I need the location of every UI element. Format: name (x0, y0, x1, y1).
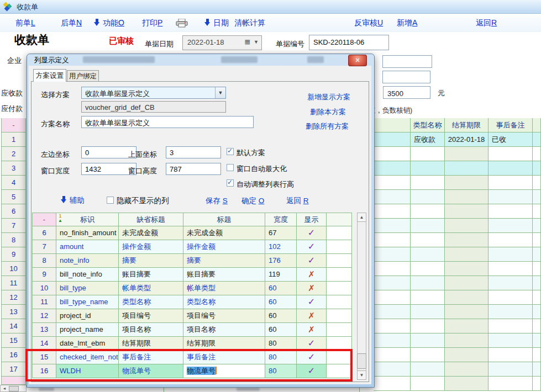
background-grid-row[interactable] (374, 147, 541, 161)
cell-id[interactable]: project_id (56, 309, 119, 323)
cell-title[interactable]: 结算期限 (183, 337, 265, 351)
cell-row-number[interactable]: 9 (32, 268, 56, 282)
unaudit-button[interactable]: 反审核U (354, 18, 383, 28)
cell-width[interactable]: 60 (265, 323, 297, 337)
hide-hidden-cols-checkbox[interactable] (107, 197, 114, 204)
window-height-input[interactable]: 787 (166, 163, 221, 175)
add-scheme-link[interactable]: 新增显示方案 (307, 92, 350, 102)
background-grid-row[interactable] (374, 204, 541, 219)
cell-id[interactable]: bill_type (56, 282, 119, 295)
col-header-default-title[interactable]: 缺省标题 (119, 213, 183, 226)
auto-maximize-checkbox[interactable] (227, 164, 234, 171)
cell-default-title[interactable]: 账目摘要 (119, 268, 183, 282)
doc-no-input[interactable]: SKD-220118-06 (309, 35, 389, 50)
background-col-header[interactable]: 类型名称 (411, 118, 445, 133)
background-grid-row[interactable] (374, 333, 541, 348)
cell-width[interactable]: 67 (265, 226, 297, 240)
background-grid-row[interactable] (374, 247, 541, 262)
cell-default-title[interactable]: 项目名称 (119, 323, 183, 337)
cell-id[interactable]: bill_type_name (56, 295, 119, 309)
prev-doc-button[interactable]: 前单L (15, 18, 35, 28)
cell-title[interactable]: 项目编号 (183, 309, 265, 323)
cell-row-number[interactable]: 6 (32, 226, 56, 240)
row-number-cell[interactable]: 10 (1, 262, 26, 276)
row-number-cell[interactable]: 6 (1, 204, 26, 219)
cell-row-number[interactable]: 12 (32, 309, 56, 323)
row-number-cell[interactable]: 5 (1, 190, 26, 204)
cell-row-number[interactable]: 8 (32, 254, 56, 268)
scrollbar-thumb[interactable] (9, 386, 19, 391)
cell-row-number[interactable]: 10 (32, 282, 56, 295)
background-grid-row[interactable] (374, 290, 541, 305)
horizontal-scrollbar[interactable]: ◄ (0, 385, 27, 392)
default-scheme-checkbox[interactable] (227, 148, 234, 155)
cell-row-number[interactable]: 13 (32, 323, 56, 337)
background-grid-row[interactable] (374, 190, 541, 204)
cell-show[interactable]: ✓ (297, 337, 327, 351)
cell-show[interactable]: ✗ (297, 268, 327, 282)
bg-input-2[interactable] (382, 71, 430, 83)
background-grid-row[interactable] (374, 305, 541, 319)
row-number-cell[interactable]: 14 (1, 319, 26, 333)
row-number-cell[interactable]: 16 (1, 348, 26, 362)
delete-scheme-link[interactable]: 删除本方案 (310, 107, 346, 117)
background-grid-row[interactable] (374, 262, 541, 276)
row-number-cell[interactable]: 1 (1, 133, 26, 147)
cell-show[interactable]: ✗ (297, 323, 327, 337)
cell-default-title[interactable]: 未完成金额 (119, 226, 183, 240)
dialog-grid-row[interactable]: 14date_lmt_ebm结算期限结算期限80✓ (32, 337, 352, 351)
top-coord-input[interactable]: 3 (166, 146, 221, 158)
cell-id[interactable]: WLDH (56, 364, 119, 378)
doc-date-combobox[interactable]: 2022-01-18 ▦ ▼ (182, 35, 262, 50)
row-number-cell[interactable]: 2 (1, 147, 26, 161)
col-header-show[interactable]: 显示 (297, 213, 327, 226)
dialog-grid-row[interactable]: 7amount操作金额操作金额102✓ (32, 240, 352, 254)
tab-user-binding[interactable]: 用户绑定 (67, 70, 99, 82)
dialog-grid-row[interactable]: 13project_name项目名称项目名称60✗ (32, 323, 352, 337)
cell-width[interactable]: 119 (265, 268, 297, 282)
background-grid-row[interactable] (374, 176, 541, 190)
delete-all-schemes-link[interactable]: 删除所有方案 (306, 121, 349, 131)
save-button[interactable]: 保存 S (206, 196, 228, 206)
row-number-cell[interactable]: 12 (1, 290, 26, 305)
cell-default-title[interactable]: 帐单类型 (119, 282, 183, 295)
cell-show[interactable]: ✓ (297, 240, 327, 254)
cell-default-title[interactable]: 结算期限 (119, 337, 183, 351)
aux-menu-button[interactable]: 辅助 (61, 195, 85, 205)
scroll-up-icon[interactable]: ▲ (357, 213, 366, 222)
cell-title[interactable]: 帐单类型 (183, 282, 265, 295)
background-grid-row[interactable] (374, 348, 541, 362)
cell-width[interactable]: 80 (265, 337, 297, 351)
row-number-cell[interactable]: 11 (1, 276, 26, 290)
dialog-grid-row[interactable]: 6no_finish_amount未完成金额未完成金额67✓ (32, 226, 352, 240)
date-menu-button[interactable]: 日期 (204, 18, 229, 28)
add-new-button[interactable]: 新增A (397, 18, 417, 28)
col-header-title[interactable]: 标题 (183, 213, 265, 226)
cell-id[interactable]: project_name (56, 323, 119, 337)
dialog-grid-row[interactable]: 16WLDH物流单号物流单号80✓ (32, 364, 352, 378)
cell-default-title[interactable]: 摘要 (119, 254, 183, 268)
grid-corner-header[interactable]: - (32, 213, 56, 226)
grid-corner-cell[interactable]: - (1, 118, 26, 133)
cell-id[interactable]: date_lmt_ebm (56, 337, 119, 351)
row-number-cell[interactable]: 17 (1, 362, 26, 377)
close-icon[interactable]: ✕ (348, 55, 367, 66)
cell-width[interactable]: 60 (265, 309, 297, 323)
cell-id[interactable]: checked_item_not (56, 351, 119, 364)
cell-default-title[interactable]: 事后备注 (119, 351, 183, 364)
cell-width[interactable]: 60 (265, 282, 297, 295)
amount-input[interactable]: 3500 (383, 86, 430, 99)
cell-show[interactable]: ✓ (297, 254, 327, 268)
background-grid-row[interactable] (374, 276, 541, 290)
cell-show[interactable]: ✗ (297, 282, 327, 295)
cell-show[interactable]: ✓ (297, 364, 327, 378)
dialog-grid-row[interactable]: 8note_info摘要摘要176✓ (32, 254, 352, 268)
cell-row-number[interactable]: 16 (32, 364, 56, 378)
cell-width[interactable]: 176 (265, 254, 297, 268)
background-grid-row[interactable] (374, 161, 541, 176)
background-grid-row[interactable] (374, 233, 541, 247)
cell-width[interactable]: 80 (265, 364, 297, 378)
cell-title[interactable]: 账目摘要 (183, 268, 265, 282)
row-number-cell[interactable]: 9 (1, 247, 26, 262)
auto-rowheight-checkbox[interactable] (227, 179, 234, 187)
